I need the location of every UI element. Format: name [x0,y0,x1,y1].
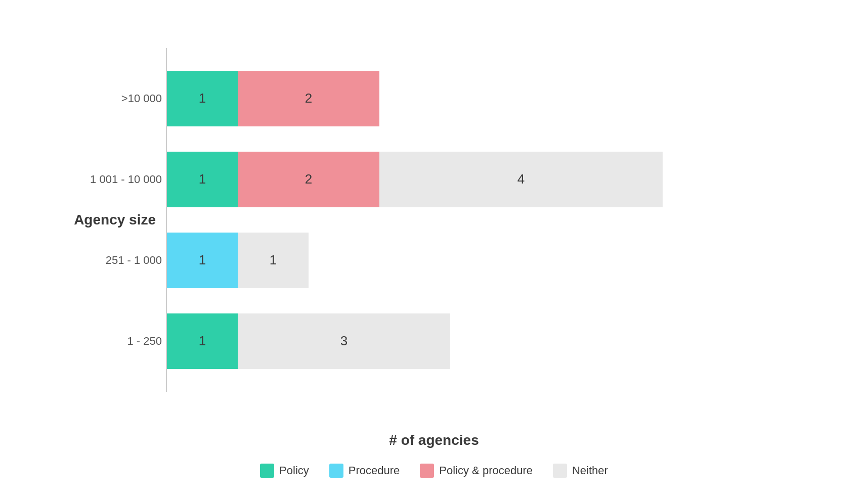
legend-label: Neither [572,464,608,477]
bar-segment-neither: 3 [238,313,450,369]
legend: PolicyProcedurePolicy & procedureNeither [260,464,608,478]
bar-segment-neither: 4 [379,152,663,207]
bar-row: 1 001 - 10 000124 [167,149,813,210]
legend-item: Policy & procedure [420,464,533,478]
chart-area: Agency size >10 000121 001 - 10 00012425… [55,23,813,417]
bar-row-label: 1 - 250 [40,335,162,348]
legend-swatch [420,464,434,478]
bar-row-label: >10 000 [40,92,162,105]
y-axis-label: Agency size [55,212,166,228]
legend-label: Policy & procedure [439,464,533,477]
bar-row-label: 251 - 1 000 [40,254,162,267]
bar-segment-policy: 1 [167,71,238,126]
bars-section: >10 000121 001 - 10 000124251 - 1 000111… [166,48,813,392]
legend-swatch [553,464,567,478]
bar-row: 1 - 25013 [167,311,813,372]
bar-segment-policy: 1 [167,152,238,207]
legend-item: Neither [553,464,608,478]
bar-segment-policy-procedure: 2 [238,71,379,126]
bar-row: >10 00012 [167,68,813,129]
bar-row: 251 - 1 00011 [167,230,813,291]
legend-label: Policy [279,464,309,477]
bar-segment-policy-procedure: 2 [238,152,379,207]
legend-item: Procedure [329,464,400,478]
x-axis-label: # of agencies [389,432,479,448]
bar-row-label: 1 001 - 10 000 [40,173,162,186]
bar-segment-procedure: 1 [167,233,238,288]
legend-item: Policy [260,464,309,478]
bar-segment-neither: 1 [238,233,309,288]
bar-segment-policy: 1 [167,313,238,369]
legend-swatch [329,464,343,478]
chart-container: Agency size >10 000121 001 - 10 00012425… [55,23,813,478]
legend-swatch [260,464,274,478]
legend-label: Procedure [349,464,400,477]
